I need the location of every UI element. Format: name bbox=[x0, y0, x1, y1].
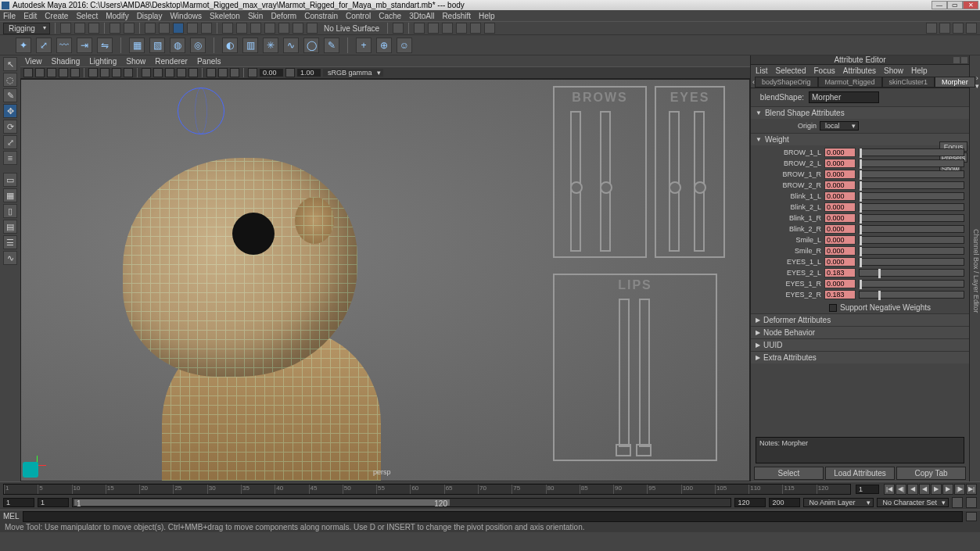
notes-field[interactable]: Notes: Morpher bbox=[756, 437, 964, 463]
vp-res-gate-icon[interactable] bbox=[112, 68, 121, 77]
mesh-marmot[interactable] bbox=[115, 158, 397, 481]
range-start-field[interactable]: 1 bbox=[3, 498, 34, 507]
vp-2d-pan-icon[interactable] bbox=[59, 68, 68, 77]
close-button[interactable]: ✕ bbox=[963, 1, 978, 9]
load-attributes-button[interactable]: Load Attributes bbox=[825, 467, 895, 480]
snap-live-icon[interactable] bbox=[278, 23, 289, 34]
section-blend-toggle[interactable]: ▼Blend Shape Attributes bbox=[751, 107, 969, 119]
layout-two-icon[interactable]: ▯ bbox=[3, 204, 17, 218]
menu-skeleton[interactable]: Skeleton bbox=[210, 12, 240, 20]
vp-gamma-icon[interactable] bbox=[285, 68, 295, 77]
ipr-icon[interactable] bbox=[428, 23, 439, 34]
lips-slider-l[interactable] bbox=[619, 299, 630, 447]
tab-morpher[interactable]: Morpher bbox=[935, 77, 975, 88]
blendshape-icon[interactable]: ◐ bbox=[222, 38, 238, 53]
weight-slider-Blink_1_L[interactable] bbox=[859, 192, 964, 200]
hik-icon[interactable]: ☺ bbox=[397, 38, 412, 53]
last-tool-icon[interactable]: ≡ bbox=[3, 151, 17, 165]
wrap-icon[interactable]: ◯ bbox=[303, 38, 319, 53]
sculpt-icon[interactable]: ✎ bbox=[324, 38, 339, 53]
weight-field-Blink_1_L[interactable] bbox=[824, 191, 856, 201]
minimize-button[interactable]: — bbox=[932, 1, 947, 9]
sel-edge-icon[interactable] bbox=[159, 23, 170, 34]
goto-end-icon[interactable]: ▶| bbox=[966, 484, 977, 495]
vp-menu-lighting[interactable]: Lighting bbox=[89, 57, 117, 66]
vp-film-gate-icon[interactable] bbox=[100, 68, 109, 77]
vp-xray-joints-icon[interactable] bbox=[230, 68, 239, 77]
lasso-tool-icon[interactable]: ◌ bbox=[3, 73, 17, 87]
vp-menu-panels[interactable]: Panels bbox=[197, 57, 221, 66]
weight-slider-Blink_2_R[interactable] bbox=[859, 225, 964, 233]
menu-control[interactable]: Control bbox=[346, 12, 371, 20]
vp-shaded-icon[interactable] bbox=[153, 68, 163, 77]
vp-menu-shading[interactable]: Shading bbox=[52, 57, 81, 66]
snap-center-icon[interactable] bbox=[293, 23, 303, 34]
attr-menu-attributes[interactable]: Attributes bbox=[843, 66, 876, 75]
lips-slider-r[interactable] bbox=[639, 299, 650, 447]
step-forward-icon[interactable]: ▶ bbox=[942, 484, 953, 495]
weight-field-EYES_2_L[interactable] bbox=[824, 268, 856, 277]
cluster-icon[interactable]: ✳ bbox=[263, 38, 278, 53]
step-back-icon[interactable]: ◀ bbox=[907, 484, 918, 495]
weight-slider-BROW_1_L[interactable] bbox=[859, 148, 964, 156]
attr-menu-list[interactable]: List bbox=[756, 66, 768, 75]
weight-slider-Smile_L[interactable] bbox=[859, 236, 964, 244]
menu-redshift[interactable]: Redshift bbox=[442, 12, 471, 20]
cmd-input[interactable] bbox=[23, 511, 963, 522]
maximize-button[interactable]: ▭ bbox=[947, 1, 963, 9]
weight-field-Smile_R[interactable] bbox=[824, 246, 856, 256]
sel-object-icon[interactable] bbox=[187, 23, 198, 34]
vp-lights-icon[interactable] bbox=[177, 68, 186, 77]
vp-gate-mask-icon[interactable] bbox=[124, 68, 133, 77]
hypershade-icon[interactable] bbox=[456, 23, 467, 34]
light-editor-icon[interactable] bbox=[484, 23, 495, 34]
current-frame-field[interactable]: 1 bbox=[856, 485, 879, 494]
vp-wireframe-icon[interactable] bbox=[142, 68, 151, 77]
menu-deform[interactable]: Deform bbox=[271, 12, 296, 20]
sel-face-icon[interactable] bbox=[173, 23, 184, 34]
attr-close-icon[interactable] bbox=[961, 57, 967, 63]
mirror-joint-icon[interactable]: ⇋ bbox=[97, 38, 113, 53]
vp-menu-view[interactable]: View bbox=[25, 57, 42, 66]
vp-grid-icon[interactable] bbox=[88, 68, 98, 77]
weight-field-BROW_2_R[interactable] bbox=[824, 181, 856, 190]
weight-field-Blink_1_R[interactable] bbox=[824, 213, 856, 223]
goto-start-icon[interactable]: |◀ bbox=[884, 484, 895, 495]
menu-constrain[interactable]: Constrain bbox=[304, 12, 338, 20]
prefs-icon[interactable] bbox=[966, 497, 977, 508]
brows-slider-r[interactable] bbox=[600, 111, 611, 252]
joint-tool-icon[interactable]: ✦ bbox=[16, 38, 31, 53]
weight-slider-Blink_2_L[interactable] bbox=[859, 203, 964, 211]
rotate-manipulator[interactable] bbox=[178, 88, 224, 134]
render-settings-icon[interactable] bbox=[442, 23, 453, 34]
select-tool-icon[interactable]: ↖ bbox=[3, 57, 17, 71]
panel-layout-icon[interactable] bbox=[926, 23, 937, 34]
weight-field-EYES_1_L[interactable] bbox=[824, 257, 856, 267]
attr-menu-focus[interactable]: Focus bbox=[813, 66, 835, 75]
anim-layer-dropdown[interactable]: No Anim Layer bbox=[803, 498, 874, 507]
brows-slider-l[interactable] bbox=[570, 111, 581, 252]
time-track[interactable]: 1510152025303540455055606570758085909510… bbox=[3, 484, 851, 495]
weight-slider-EYES_2_R[interactable] bbox=[859, 291, 964, 299]
script-editor-icon[interactable] bbox=[966, 512, 977, 521]
render-layers-icon[interactable] bbox=[470, 23, 481, 34]
lattice-icon[interactable]: ▥ bbox=[242, 38, 258, 53]
bind-skin-icon[interactable]: ▦ bbox=[129, 38, 145, 53]
weight-slider-EYES_1_L[interactable] bbox=[859, 258, 964, 266]
constrain-point-icon[interactable]: + bbox=[356, 38, 372, 53]
menu-cache[interactable]: Cache bbox=[379, 12, 401, 20]
weight-field-BROW_2_L[interactable] bbox=[824, 159, 856, 168]
tab-bodyshapeorig[interactable]: bodyShapeOrig bbox=[755, 77, 818, 88]
lips-reset-r[interactable] bbox=[636, 444, 652, 456]
vp-textured-icon[interactable] bbox=[165, 68, 174, 77]
layout-three-icon[interactable]: ▤ bbox=[3, 220, 17, 234]
section-weight-toggle[interactable]: ▼Weight bbox=[751, 134, 969, 145]
menu-skin[interactable]: Skin bbox=[248, 12, 263, 20]
weight-slider-BROW_1_R[interactable] bbox=[859, 170, 964, 178]
origin-dropdown[interactable]: local bbox=[820, 121, 859, 131]
vp-exposure-field[interactable]: 0.00 bbox=[260, 69, 283, 77]
vp-exposure-icon[interactable] bbox=[248, 68, 257, 77]
range-in-field[interactable]: 1 bbox=[38, 498, 69, 507]
sel-uv-icon[interactable] bbox=[201, 23, 212, 34]
move-tool-icon[interactable]: ✥ bbox=[3, 104, 17, 118]
